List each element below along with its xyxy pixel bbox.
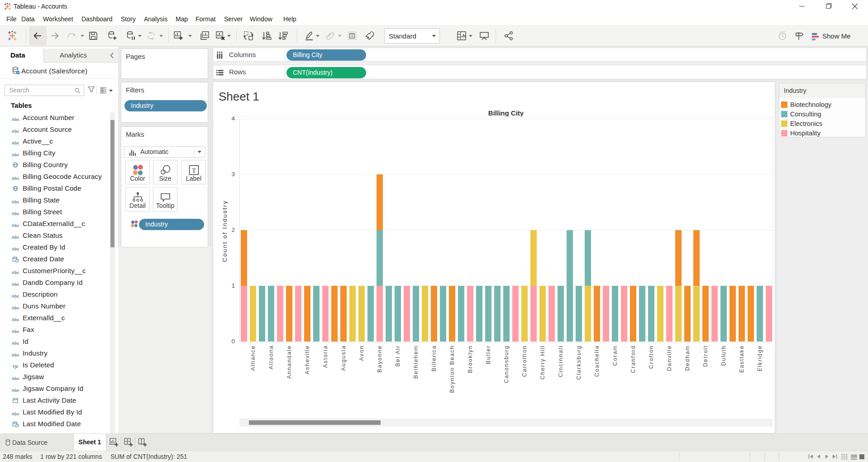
svg-text:T: T bbox=[191, 167, 196, 174]
svg-text:T: T bbox=[351, 34, 353, 38]
